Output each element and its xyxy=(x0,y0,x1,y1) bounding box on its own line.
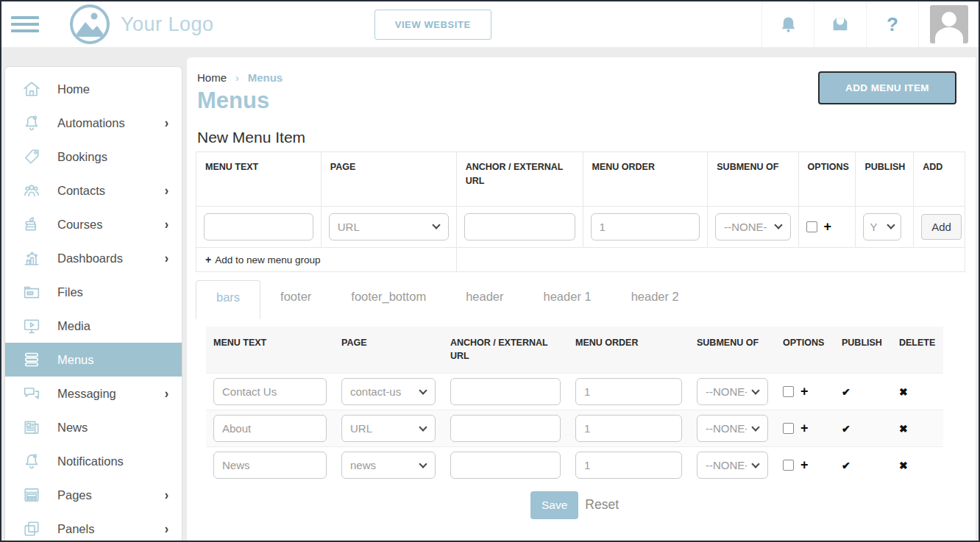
help-icon[interactable]: ? xyxy=(866,1,918,47)
tab-header-2[interactable]: header 2 xyxy=(611,280,699,313)
chevron-down-icon xyxy=(887,221,895,229)
page-select[interactable]: URL xyxy=(341,415,436,442)
options-add-icon[interactable]: + xyxy=(824,219,832,234)
sidebar-item-files[interactable]: Files xyxy=(5,275,182,309)
options-checkbox[interactable] xyxy=(806,221,817,232)
sidebar-item-media[interactable]: Media xyxy=(5,309,182,343)
notifications-icon xyxy=(21,451,42,471)
published-check-icon[interactable]: ✔ xyxy=(842,386,851,398)
new-menu-item-header-page: PAGE xyxy=(321,152,456,207)
options-add-icon[interactable]: + xyxy=(800,384,809,399)
empty-cell xyxy=(456,247,965,271)
sidebar-item-notifications[interactable]: Notifications xyxy=(5,444,182,478)
page-select[interactable]: news xyxy=(341,452,436,479)
sidebar-item-label: Contacts xyxy=(57,184,105,198)
sidebar-item-label: Messaging xyxy=(57,387,116,401)
chevron-down-icon xyxy=(774,221,782,229)
breadcrumb-home-link[interactable]: Home xyxy=(197,71,227,84)
delete-x-icon[interactable]: ✖ xyxy=(899,386,908,398)
menu-group-tabs: barsfooterfooter_bottomheaderheader 1hea… xyxy=(196,280,965,313)
options-checkbox[interactable] xyxy=(783,386,794,397)
menu-order-input[interactable] xyxy=(591,213,700,240)
menu-order-input[interactable] xyxy=(575,415,682,442)
sidebar-item-pages[interactable]: Pages› xyxy=(5,478,182,512)
inbox-icon[interactable] xyxy=(814,1,866,47)
new-menu-item-table-header-row: MENU TEXTPAGEANCHOR / EXTERNAL URLMENU O… xyxy=(196,152,965,207)
submenu-of-select[interactable]: --NONE- xyxy=(697,415,768,442)
sidebar-item-bookings[interactable]: Bookings xyxy=(5,140,182,174)
menu-item-row: news--NONE-+✔✖ xyxy=(206,447,943,484)
page-select[interactable]: contact-us xyxy=(341,378,436,405)
sidebar-item-courses[interactable]: Courses› xyxy=(5,207,182,241)
sidebar-item-automations[interactable]: Automations› xyxy=(5,106,182,140)
chevron-down-icon xyxy=(432,221,440,229)
published-check-icon[interactable]: ✔ xyxy=(842,460,851,471)
submenu-of-select[interactable]: --NONE- xyxy=(697,452,768,479)
sidebar-item-label: Menus xyxy=(57,353,94,367)
new-menu-item-header-submenu-of: SUBMENU OF xyxy=(708,152,798,207)
view-website-button[interactable]: VIEW WEBSITE xyxy=(374,10,491,40)
page-select[interactable]: URL xyxy=(329,213,449,240)
anchor-url-input[interactable] xyxy=(450,378,561,405)
tab-header-1[interactable]: header 1 xyxy=(524,280,611,313)
home-icon xyxy=(21,79,42,99)
user-avatar[interactable] xyxy=(918,1,979,47)
delete-x-icon[interactable]: ✖ xyxy=(899,423,908,435)
submenu-of-select[interactable]: --NONE- xyxy=(715,213,790,240)
menu-text-input[interactable] xyxy=(213,378,327,405)
delete-x-icon[interactable]: ✖ xyxy=(899,460,908,471)
add-row-button[interactable]: Add xyxy=(921,214,962,240)
save-button[interactable]: Save xyxy=(530,491,578,519)
hamburger-menu-icon[interactable] xyxy=(11,13,39,36)
menu-text-input[interactable] xyxy=(213,415,327,442)
new-menu-item-header-anchor-external-url: ANCHOR / EXTERNAL URL xyxy=(456,152,583,207)
tab-bars[interactable]: bars xyxy=(196,280,260,319)
anchor-url-input[interactable] xyxy=(450,452,561,479)
menu-order-input[interactable] xyxy=(575,378,682,405)
anchor-url-input[interactable] xyxy=(450,415,561,442)
tab-footer_bottom[interactable]: footer_bottom xyxy=(331,280,446,313)
tab-footer[interactable]: footer xyxy=(260,280,331,313)
options-add-icon[interactable]: + xyxy=(800,457,809,472)
menu-text-input[interactable] xyxy=(213,452,327,479)
options-add-icon[interactable]: + xyxy=(800,421,809,435)
files-icon xyxy=(21,282,42,302)
sidebar-item-dashboards[interactable]: Dashboards› xyxy=(5,241,182,275)
menu-order-input[interactable] xyxy=(575,452,682,479)
logo[interactable]: Your Logo xyxy=(70,4,214,44)
menu-item-row: contact-us--NONE-+✔✖ xyxy=(206,374,943,410)
chevron-down-icon xyxy=(751,386,759,394)
sidebar-item-home[interactable]: Home xyxy=(5,72,182,106)
sidebar-item-messaging[interactable]: Messaging› xyxy=(5,377,182,410)
add-to-new-menu-group-link[interactable]: +Add to new menu group xyxy=(196,247,457,271)
menu-item-row: URL--NONE-+✔✖ xyxy=(206,410,943,447)
new-menu-item-header-options: OPTIONS xyxy=(798,152,856,207)
menu-text-input[interactable] xyxy=(204,213,313,240)
chevron-down-icon xyxy=(751,423,759,431)
reset-button[interactable]: Reset xyxy=(585,497,619,513)
new-menu-item-header-menu-order: MENU ORDER xyxy=(583,152,708,207)
dashboards-icon xyxy=(21,248,42,268)
sidebar-item-menus[interactable]: Menus xyxy=(5,343,182,377)
tab-header[interactable]: header xyxy=(446,280,523,313)
sidebar-item-panels[interactable]: Panels› xyxy=(5,512,182,541)
add-menu-item-button[interactable]: ADD MENU ITEM xyxy=(818,71,956,104)
anchor-url-input[interactable] xyxy=(464,213,575,240)
options-checkbox[interactable] xyxy=(783,423,794,434)
new-menu-item-header-add: ADD xyxy=(914,152,965,207)
notifications-bell-icon[interactable] xyxy=(761,1,814,47)
publish-select[interactable]: Y xyxy=(863,213,901,240)
sidebar-item-news[interactable]: News xyxy=(5,410,182,444)
options-checkbox[interactable] xyxy=(783,460,794,471)
published-check-icon[interactable]: ✔ xyxy=(842,423,851,435)
logo-image-icon xyxy=(70,4,110,44)
chevron-right-icon: › xyxy=(165,182,168,199)
breadcrumb-current[interactable]: Menus xyxy=(248,71,283,84)
topbar: Your Logo VIEW WEBSITE ? xyxy=(1,1,979,47)
chevron-right-icon: › xyxy=(165,250,168,266)
sidebar: HomeAutomations›BookingsContacts›Courses… xyxy=(4,66,182,541)
sidebar-item-contacts[interactable]: Contacts› xyxy=(5,174,182,207)
submenu-of-select[interactable]: --NONE- xyxy=(697,378,768,405)
chevron-right-icon: › xyxy=(165,521,168,537)
breadcrumb-separator: › xyxy=(235,72,239,84)
